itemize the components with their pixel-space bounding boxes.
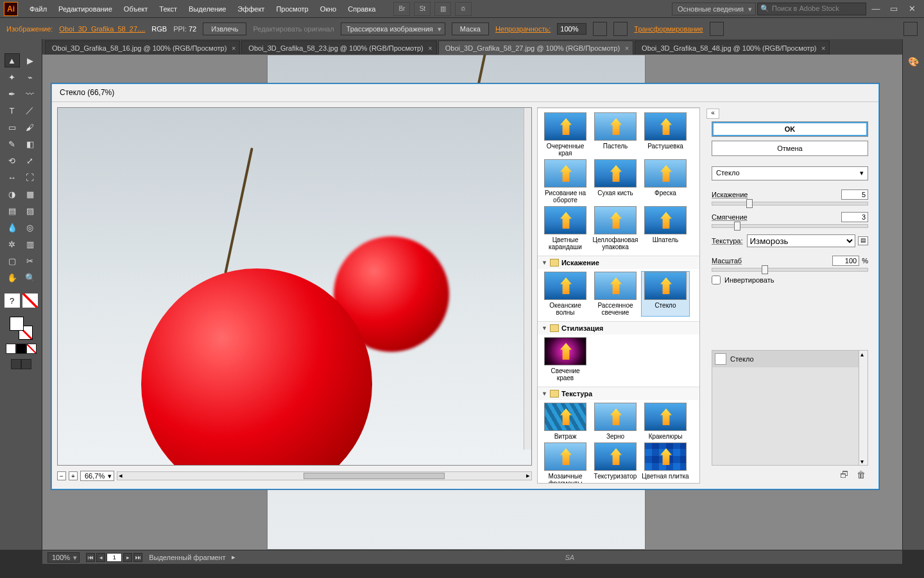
filter-thumbnail[interactable]: Шпатель — [642, 206, 689, 250]
preview-hscroll[interactable] — [117, 471, 532, 480]
distortion-input[interactable] — [841, 189, 868, 200]
filter-thumbnail[interactable]: Целлофановая упаковка — [592, 206, 639, 250]
filter-group-header[interactable]: ▼Текстура — [538, 387, 699, 400]
pen-tool[interactable]: ✒ — [4, 87, 20, 101]
zoom-dropdown[interactable]: 100% — [47, 552, 80, 563]
effect-layer-name[interactable]: Стекло — [730, 355, 754, 363]
current-filter-dropdown[interactable]: Стекло — [712, 166, 868, 180]
filter-thumbnail[interactable]: Фреска — [642, 159, 689, 204]
cancel-button[interactable]: Отмена — [712, 141, 868, 156]
crop-image-icon[interactable] — [593, 22, 607, 36]
bridge-icon[interactable]: Br — [393, 2, 410, 16]
properties-panel-icon[interactable]: 🎨 — [907, 55, 921, 69]
isolate-icon[interactable] — [710, 22, 724, 36]
filter-category-list[interactable]: Очерченные краяПастельРастушевкаРисовани… — [537, 107, 700, 484]
nav-prev-icon[interactable]: ◂ — [96, 553, 105, 562]
menu-text[interactable]: Текст — [154, 3, 182, 15]
shape-builder-tool[interactable]: ◑ — [4, 187, 20, 201]
filter-thumbnail[interactable]: Цветные карандаши — [542, 206, 589, 250]
eyedropper-tool[interactable]: 💧 — [4, 220, 20, 234]
nav-arrow-icon[interactable]: ▸ — [232, 553, 235, 561]
filter-thumbnail[interactable]: Цветная плитка — [642, 442, 689, 484]
zoom-tool[interactable]: 🔍 — [22, 270, 38, 285]
new-effect-layer-icon[interactable]: 🗗 — [840, 469, 849, 480]
opacity-label[interactable]: Непрозрачность: — [495, 25, 551, 33]
scale-slider[interactable] — [712, 268, 868, 272]
mask-button[interactable]: Маска — [452, 22, 489, 35]
zoom-out-icon[interactable]: − — [57, 471, 66, 480]
menu-view[interactable]: Просмотр — [271, 3, 313, 15]
blend-tool[interactable]: ◎ — [22, 220, 38, 234]
visibility-icon[interactable] — [715, 353, 726, 365]
distortion-slider[interactable] — [712, 202, 868, 206]
nav-last-icon[interactable]: ⏭ — [133, 553, 142, 562]
free-transform-tool[interactable]: ⛶ — [22, 170, 38, 184]
nav-next-icon[interactable]: ▸ — [123, 553, 132, 562]
tab-close-icon[interactable]: × — [232, 44, 235, 52]
smoothness-slider[interactable] — [712, 224, 868, 228]
rotate-tool[interactable]: ⟲ — [4, 153, 20, 168]
menu-help[interactable]: Справка — [343, 3, 381, 15]
fill-indicator[interactable]: ? — [4, 293, 20, 308]
arrange-icon[interactable]: ▥ — [434, 2, 451, 16]
slice-tool[interactable]: ✂ — [22, 254, 38, 268]
texture-dropdown[interactable]: Изморозь — [747, 234, 856, 247]
curvature-tool[interactable]: 〰 — [22, 87, 38, 101]
rectangle-tool[interactable]: ▭ — [4, 120, 20, 134]
extract-button[interactable]: Извлечь — [203, 22, 246, 35]
direct-selection-tool[interactable]: ▶ — [22, 53, 38, 67]
artboard-nav[interactable]: ⏮ ◂ 1 ▸ ⏭ — [86, 553, 142, 562]
filter-group-header[interactable]: ▼Искажение — [538, 256, 699, 269]
menu-window[interactable]: Окно — [315, 3, 342, 15]
filter-thumbnail[interactable]: Зерно — [592, 403, 639, 440]
ok-button[interactable]: OK — [712, 121, 868, 137]
line-tool[interactable]: ／ — [22, 103, 38, 118]
window-close-icon[interactable]: ✕ — [903, 3, 920, 15]
filter-thumbnail[interactable]: Свечение краев — [542, 337, 589, 381]
align-icon[interactable] — [613, 22, 628, 36]
filter-thumbnail[interactable]: Рисование на обороте — [542, 159, 589, 204]
eraser-tool[interactable]: ◧ — [22, 137, 38, 151]
fill-stroke-swatch[interactable] — [10, 317, 33, 340]
graph-tool[interactable]: ▥ — [22, 237, 38, 251]
preview-zoom-dropdown[interactable]: 66,7% — [80, 471, 114, 481]
filter-thumbnail[interactable]: Текстуризатор — [592, 442, 639, 484]
transform-link[interactable]: Трансформирование — [634, 25, 703, 33]
scale-input[interactable] — [832, 256, 859, 266]
workspace-switcher[interactable]: Основные сведения — [672, 3, 756, 15]
artboard-number[interactable]: 1 — [107, 553, 122, 562]
width-tool[interactable]: ↔ — [4, 170, 20, 184]
tab-close-icon[interactable]: × — [428, 44, 432, 52]
stroke-indicator[interactable] — [22, 293, 38, 308]
menu-select[interactable]: Выделение — [184, 3, 231, 15]
tab-close-icon[interactable]: × — [625, 44, 629, 52]
selection-tool[interactable]: ▲ — [4, 53, 20, 67]
effect-layers-list[interactable]: Стекло — [712, 350, 868, 466]
menu-edit[interactable]: Редактирование — [53, 3, 117, 15]
filter-thumbnail[interactable]: Витраж — [542, 403, 589, 440]
texture-options-icon[interactable]: ▤ — [858, 236, 868, 245]
lasso-tool[interactable]: ⌁ — [22, 70, 38, 84]
hand-tool[interactable]: ✋ — [4, 270, 20, 285]
filter-group-header[interactable]: ▼Стилизация — [538, 322, 699, 335]
image-trace-dropdown[interactable]: Трассировка изображения — [341, 22, 445, 35]
document-tab-active[interactable]: Oboi_3D_Grafika_58_27.jpg @ 100% (RGB/Пр… — [438, 40, 633, 55]
type-tool[interactable]: T — [4, 103, 20, 118]
window-minimize-icon[interactable]: — — [868, 3, 884, 15]
menu-file[interactable]: Файл — [24, 3, 52, 15]
window-maximize-icon[interactable]: ▭ — [886, 3, 902, 15]
nav-first-icon[interactable]: ⏮ — [86, 553, 95, 562]
filter-thumbnail[interactable]: Мозаичные фрагменты — [542, 442, 589, 484]
document-tab[interactable]: Oboi_3D_Grafika_58_16.jpg @ 100% (RGB/Пр… — [45, 40, 240, 55]
invert-checkbox[interactable] — [712, 276, 721, 285]
screen-mode-buttons[interactable] — [11, 359, 31, 369]
stock-search-input[interactable]: Поиск в Adobe Stock — [757, 3, 866, 15]
stock-icon[interactable]: St — [414, 2, 431, 16]
options-overflow-icon[interactable] — [903, 22, 918, 36]
document-tab[interactable]: Oboi_3D_Grafika_58_23.jpg @ 100% (RGB/Пр… — [241, 40, 436, 55]
symbol-sprayer-tool[interactable]: ✲ — [4, 237, 20, 251]
delete-effect-layer-icon[interactable]: 🗑 — [857, 469, 866, 480]
filter-thumbnail[interactable]: Сухая кисть — [592, 159, 639, 204]
document-tab[interactable]: Oboi_3D_Grafika_58_48.jpg @ 100% (RGB/Пр… — [635, 40, 830, 55]
filter-preview[interactable] — [57, 107, 532, 466]
